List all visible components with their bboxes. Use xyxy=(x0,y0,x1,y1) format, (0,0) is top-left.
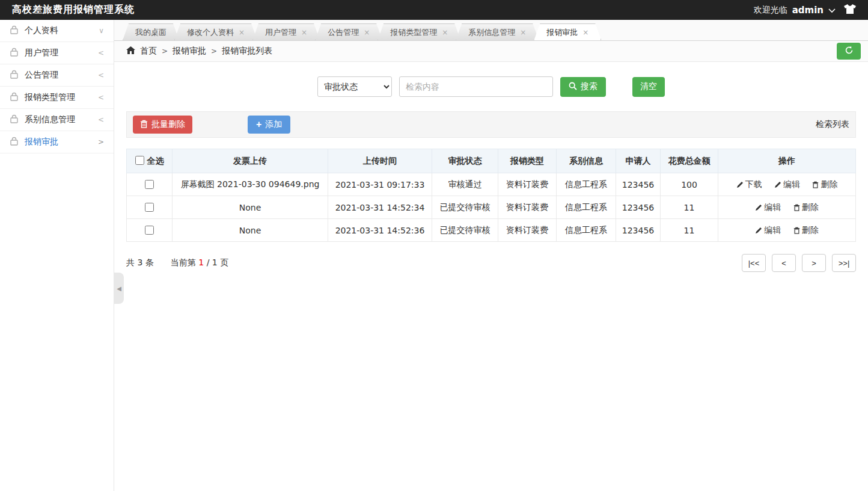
chevron-left-icon: < xyxy=(98,49,104,57)
sidebar-item-expense-types[interactable]: 报销类型管理 < xyxy=(0,87,114,109)
sidebar-item-users[interactable]: 用户管理 < xyxy=(0,42,114,64)
col-invoice: 发票上传 xyxy=(173,149,328,173)
tab-users[interactable]: 用户管理× xyxy=(252,23,320,40)
cell-actions: 编辑 删除 xyxy=(718,196,856,219)
edit-link[interactable]: 编辑 xyxy=(755,225,781,235)
delete-link[interactable]: 删除 xyxy=(793,202,819,212)
breadcrumb-separator: > xyxy=(162,47,168,55)
cell-invoice: 屏幕截图 2021-03-30 094649.png xyxy=(173,173,328,196)
cell-upload-time: 2021-03-31 14:52:36 xyxy=(328,219,432,242)
delete-link[interactable]: 删除 xyxy=(793,225,819,235)
edit-link[interactable]: 编辑 xyxy=(755,202,781,212)
cell-type: 资料订装费 xyxy=(498,173,557,196)
user-menu[interactable]: 欢迎光临 admin xyxy=(754,5,836,16)
row-checkbox[interactable] xyxy=(145,180,154,189)
row-checkbox[interactable] xyxy=(145,203,154,212)
cell-amount: 11 xyxy=(661,196,718,219)
cell-status: 已提交待审核 xyxy=(432,196,498,219)
lock-icon xyxy=(10,70,19,81)
clear-button[interactable]: 清空 xyxy=(632,77,665,97)
cell-upload-time: 2021-03-31 09:17:33 xyxy=(328,173,432,196)
tab-desktop[interactable]: 我的桌面 xyxy=(123,23,179,40)
refresh-button[interactable] xyxy=(837,43,861,60)
trash-icon xyxy=(140,120,148,130)
tab-departments[interactable]: 系别信息管理× xyxy=(456,23,539,40)
next-page-button[interactable]: > xyxy=(802,254,826,272)
theme-shirt-icon[interactable] xyxy=(844,4,856,16)
plus-icon: + xyxy=(256,119,261,130)
col-upload-time: 上传时间 xyxy=(328,149,432,173)
chevron-right-icon: > xyxy=(98,138,104,146)
breadcrumb-current: 报销审批列表 xyxy=(222,46,272,57)
tab-edit-profile[interactable]: 修改个人资料× xyxy=(174,23,257,40)
breadcrumb-home[interactable]: 首页 xyxy=(140,46,157,57)
sidebar-item-approval[interactable]: 报销审批 > xyxy=(0,131,114,153)
table-row: None 2021-03-31 14:52:34 已提交待审核 资料订装费 信息… xyxy=(127,196,856,219)
close-icon[interactable]: × xyxy=(239,28,245,37)
breadcrumb-approval[interactable]: 报销审批 xyxy=(173,46,206,57)
add-button[interactable]: + 添加 xyxy=(248,116,290,134)
pencil-icon xyxy=(755,204,762,211)
first-page-button[interactable]: |<< xyxy=(742,254,766,272)
cell-dept: 信息工程系 xyxy=(557,196,616,219)
cell-applicant: 123456 xyxy=(616,173,661,196)
username: admin xyxy=(792,5,824,16)
delete-link[interactable]: 删除 xyxy=(812,179,837,189)
sidebar-item-departments[interactable]: 系别信息管理 < xyxy=(0,109,114,131)
table-row: None 2021-03-31 14:52:36 已提交待审核 资料订装费 信息… xyxy=(127,219,856,242)
edit-link[interactable]: 编辑 xyxy=(774,179,800,189)
batch-delete-button[interactable]: 批量删除 xyxy=(133,116,192,134)
breadcrumb-separator: > xyxy=(211,47,217,55)
list-title: 检索列表 xyxy=(816,119,849,130)
sidebar-item-label: 报销审批 xyxy=(25,137,98,147)
chevron-left-icon: < xyxy=(98,71,104,79)
close-icon[interactable]: × xyxy=(364,28,370,37)
cell-actions: 编辑 删除 xyxy=(718,219,856,242)
lock-icon xyxy=(10,137,19,147)
close-icon[interactable]: × xyxy=(582,28,588,37)
lock-icon xyxy=(10,114,19,125)
cell-actions: 下载 编辑 删除 xyxy=(718,173,856,196)
lock-icon xyxy=(10,25,19,36)
pencil-icon xyxy=(755,227,762,234)
top-bar: 高校差旅费用报销管理系统 欢迎光临 admin xyxy=(0,0,868,20)
sidebar-item-announcements[interactable]: 公告管理 < xyxy=(0,64,114,87)
search-input[interactable] xyxy=(399,76,553,97)
tab-approval[interactable]: 报销审批× xyxy=(534,23,601,40)
close-icon[interactable]: × xyxy=(301,28,307,37)
sidebar-item-profile[interactable]: 个人资料 ∨ xyxy=(0,20,114,42)
sidebar-item-label: 报销类型管理 xyxy=(25,92,98,103)
app-title: 高校差旅费用报销管理系统 xyxy=(12,4,135,16)
tab-announcements[interactable]: 公告管理× xyxy=(315,23,382,40)
cell-status: 审核通过 xyxy=(432,173,498,196)
close-icon[interactable]: × xyxy=(442,28,448,37)
close-icon[interactable]: × xyxy=(520,28,526,37)
last-page-button[interactable]: >>| xyxy=(832,254,856,272)
breadcrumb: 首页 > 报销审批 > 报销审批列表 xyxy=(126,46,272,57)
chevron-left-icon: < xyxy=(98,116,104,124)
pagination: |<< < > >>| xyxy=(742,254,856,272)
sidebar-collapse-handle[interactable]: ◀ xyxy=(114,273,124,304)
download-link[interactable]: 下载 xyxy=(736,179,762,189)
search-icon xyxy=(569,82,577,92)
pencil-icon xyxy=(736,181,744,188)
select-all-checkbox[interactable] xyxy=(135,156,144,165)
col-dept: 系别信息 xyxy=(557,149,616,173)
row-checkbox[interactable] xyxy=(145,226,154,235)
pencil-icon xyxy=(774,181,781,188)
tab-expense-types[interactable]: 报销类型管理× xyxy=(377,23,460,40)
search-button[interactable]: 搜索 xyxy=(560,77,606,97)
status-select[interactable]: 审批状态 xyxy=(317,76,392,97)
cell-applicant: 123456 xyxy=(616,219,661,242)
cell-invoice: None xyxy=(173,196,328,219)
lock-icon xyxy=(10,92,19,103)
current-page-text: 当前第 1 / 1 页 xyxy=(171,258,228,268)
home-icon xyxy=(126,46,135,56)
chevron-down-icon xyxy=(828,5,836,15)
prev-page-button[interactable]: < xyxy=(772,254,796,272)
sidebar: 个人资料 ∨ 用户管理 < 公告管理 < 报销类型管理 < 系别信息管理 < 报… xyxy=(0,20,114,491)
main-area: 我的桌面 修改个人资料× 用户管理× 公告管理× 报销类型管理× 系别信息管理×… xyxy=(114,20,868,491)
cell-invoice: None xyxy=(173,219,328,242)
trash-icon xyxy=(793,204,800,211)
select-all-label: 全选 xyxy=(147,156,164,165)
